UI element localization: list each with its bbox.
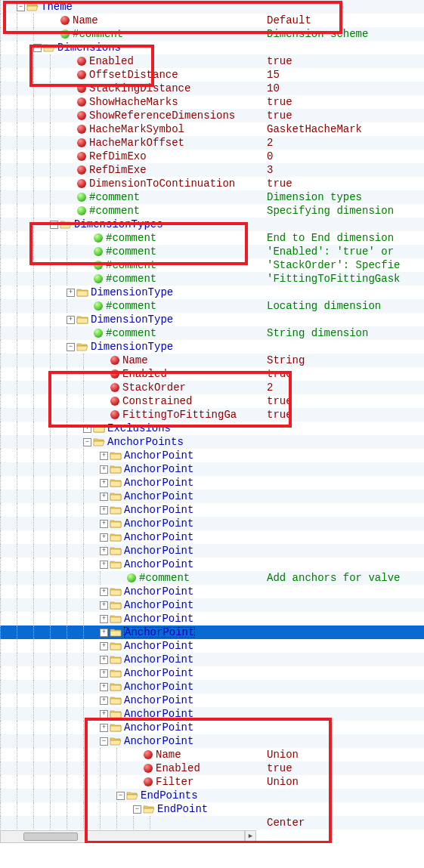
node-anchorpoint[interactable]: +AnchorPoint [0,503,424,517]
node-anchorpoint[interactable]: +AnchorPoint [0,449,424,462]
node-label[interactable]: #comment [73,29,126,39]
node-anchorpoint[interactable]: +AnchorPoint [0,530,424,544]
comment[interactable]: #commentSpecifying dimension [0,204,424,218]
node-label[interactable]: Theme [41,2,76,12]
collapse-icon[interactable]: − [67,343,75,351]
prop-dim-enabled[interactable]: Enabledtrue [0,54,424,68]
node-value[interactable]: true [267,178,292,189]
expand-icon[interactable]: + [100,683,108,691]
expand-icon[interactable]: + [100,615,108,623]
expand-icon[interactable]: + [100,642,108,650]
node-value[interactable]: true [267,97,292,107]
node-label[interactable]: EndPoint [157,804,211,814]
node-value[interactable]: Union [267,777,299,787]
node-label[interactable]: #comment [139,573,193,583]
node-label[interactable]: StackingDistance [89,83,193,94]
node-label[interactable]: RefDimExe [89,165,150,175]
comment[interactable]: #commentLocating dimension [0,299,424,313]
node-label[interactable]: #comment [106,328,159,338]
node-label[interactable]: #comment [106,246,159,257]
node-label[interactable]: AnchorPoint [124,477,197,488]
node-value[interactable]: Center [267,817,305,828]
node-value[interactable]: Add anchors for valve [267,573,400,583]
prop-f2fga[interactable]: FittingToFittingGatrue [0,408,424,422]
node-label[interactable]: AnchorPoint [124,722,197,733]
prop-refdimexo[interactable]: RefDimExo0 [0,150,424,163]
node-anchorpoint[interactable]: +AnchorPoint [0,639,424,653]
node-value[interactable]: 2 [267,137,273,148]
node-label[interactable]: AnchorPoint [124,736,197,746]
scroll-right-arrow-icon[interactable]: ▶ [245,830,256,843]
node-anchorpoint[interactable]: +AnchorPoint [0,707,424,721]
expand-icon[interactable]: + [100,493,108,501]
node-label[interactable]: AnchorPoint [124,491,197,502]
node-label[interactable]: AnchorPoint [124,600,197,610]
node-label[interactable]: RefDimExo [89,151,150,162]
expand-icon[interactable]: + [100,601,108,610]
node-value[interactable]: true [267,396,292,406]
node-label[interactable]: AnchorPoint [124,627,195,638]
node-value[interactable]: Dimension types [267,192,362,202]
collapse-icon[interactable]: − [17,3,25,11]
expand-icon[interactable]: + [100,656,108,664]
prop-constrained[interactable]: Constrainedtrue [0,394,424,408]
node-label[interactable]: Dimensions [57,42,124,53]
node-label[interactable]: AnchorPoint [124,518,197,529]
expand-icon[interactable]: + [100,452,108,460]
prop-showhachemarks[interactable]: ShowHacheMarkstrue [0,95,424,109]
node-label[interactable]: AnchorPoint [124,505,197,515]
node-label[interactable]: #comment [106,260,159,270]
node-label[interactable]: ShowReferenceDimensions [89,110,238,121]
node-label[interactable]: AnchorPoint [124,613,197,624]
node-anchorpoint[interactable]: +AnchorPoint [0,558,424,571]
comment[interactable]: #commentDimension scheme [0,27,424,41]
node-dimensiontypes[interactable]: −DimensionTypes [0,218,424,231]
prop-anchor-filter[interactable]: FilterUnion [0,775,424,789]
comment[interactable]: #comment'FittingToFittingGask [0,272,424,286]
node-anchorpoint[interactable]: +AnchorPoint [0,544,424,558]
node-exclusions[interactable]: +Exclusions [0,422,424,435]
node-anchorpoint[interactable]: +AnchorPoint [0,462,424,476]
node-anchorpoint[interactable]: +AnchorPoint [0,666,424,680]
node-value[interactable]: 2 [267,382,273,393]
node-label[interactable]: AnchorPoint [124,681,197,692]
node-value[interactable]: true [267,409,292,420]
prop-anchor-enabled[interactable]: Enabledtrue [0,761,424,775]
expand-icon[interactable]: + [100,547,108,555]
node-value[interactable]: Union [267,749,299,760]
node-anchorpoint[interactable]: +AnchorPoint [0,585,424,598]
node-anchorpoint[interactable]: +AnchorPoint [0,612,424,626]
node-label[interactable]: DimensionType [91,341,176,352]
node-dimtype[interactable]: +DimensionType [0,286,424,299]
node-anchorpoint[interactable]: +AnchorPoint [0,653,424,666]
node-label[interactable]: #comment [106,273,159,284]
node-value[interactable]: 3 [267,165,273,175]
node-label[interactable]: AnchorPoint [124,545,197,556]
node-value[interactable]: Specifying dimension [267,205,394,216]
node-label[interactable]: AnchorPoint [124,654,197,665]
node-value[interactable]: true [267,763,292,774]
comment[interactable]: #commentString dimension [0,326,424,340]
node-anchorpoints[interactable]: −AnchorPoints [0,435,424,449]
node-label[interactable]: AnchorPoint [124,450,197,461]
prop-offsetdistance[interactable]: OffsetDistance15 [0,68,424,82]
collapse-icon[interactable]: − [133,805,141,814]
node-label[interactable]: AnchorPoint [124,532,197,542]
expand-icon[interactable]: + [67,316,75,324]
prop-stackingdistance[interactable]: StackingDistance10 [0,82,424,95]
node-anchorpoint[interactable]: +AnchorPoint [0,598,424,612]
expand-icon[interactable]: + [83,425,91,433]
comment[interactable]: #commentAdd anchors for valve [0,571,424,585]
node-label[interactable]: #comment [89,192,143,202]
expand-icon[interactable]: + [100,520,108,528]
node-value[interactable]: 15 [267,70,280,80]
node-label[interactable]: Name [73,15,101,26]
node-value[interactable]: 'Enabled': 'true' or [267,246,394,257]
node-value[interactable]: 0 [267,151,273,162]
node-label[interactable]: Name [122,355,151,366]
node-label[interactable]: AnchorPoint [124,668,197,678]
node-label[interactable]: Filter [156,777,197,787]
node-label[interactable]: #comment [106,233,159,243]
node-value[interactable]: true [267,110,292,121]
node-label[interactable]: Name [156,749,184,760]
